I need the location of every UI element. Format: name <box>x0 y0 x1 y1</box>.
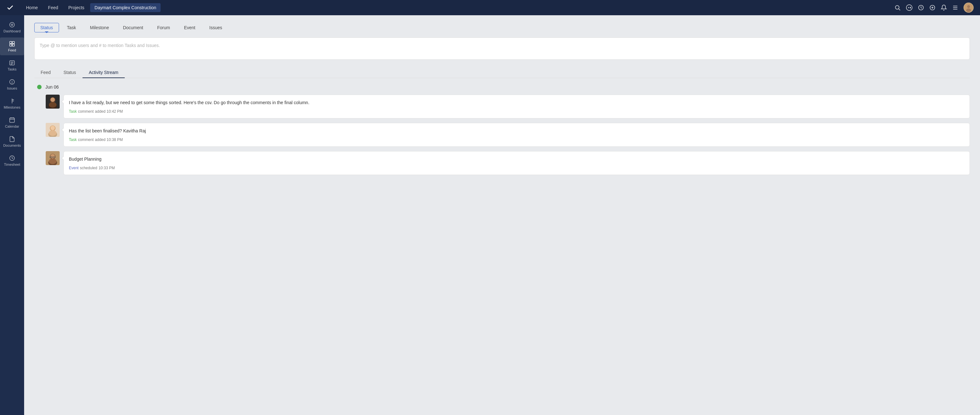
sidebar-item-milestones[interactable]: Milestones <box>0 95 24 112</box>
svg-point-27 <box>12 83 12 83</box>
top-nav-links: Home Feed Projects Daymart Complex Const… <box>22 3 161 12</box>
activity-bubble-2: Has the list been finalised? Kavitha Raj… <box>64 123 970 147</box>
tab-task[interactable]: Task <box>61 23 82 32</box>
sidebar-issues-label: Issues <box>7 86 17 90</box>
date-marker: Jun 06 <box>39 85 970 89</box>
svg-point-16 <box>11 24 13 26</box>
activity-bubble-3: Budget Planning Event scheduled 10:33 PM <box>64 151 970 175</box>
view-tab-status[interactable]: Status <box>57 67 83 78</box>
svg-point-50 <box>49 158 56 164</box>
svg-point-39 <box>51 97 55 102</box>
activity-action-1: comment <box>78 109 94 114</box>
user-avatar[interactable] <box>964 3 974 13</box>
svg-point-13 <box>967 5 970 8</box>
top-nav-actions <box>894 3 974 13</box>
activity-card: Budget Planning Event scheduled 10:33 PM <box>46 151 970 175</box>
nav-home[interactable]: Home <box>22 3 42 12</box>
view-tab-activity[interactable]: Activity Stream <box>83 67 125 78</box>
activity-tag-2[interactable]: Task <box>69 137 77 142</box>
sidebar-item-feed[interactable]: Feed <box>0 37 24 55</box>
sidebar-item-documents[interactable]: Documents <box>0 133 24 150</box>
activity-meta-2: Task comment added 10:38 PM <box>69 137 964 142</box>
nav-project-current[interactable]: Daymart Complex Construction <box>90 3 161 12</box>
sidebar-documents-label: Documents <box>3 144 21 147</box>
activity-text-3: Budget Planning <box>69 156 964 163</box>
activity-cards: I have a list ready, but we need to get … <box>39 95 970 175</box>
sidebar-tasks-label: Tasks <box>8 67 16 71</box>
issues-icon <box>9 79 15 85</box>
tab-milestone[interactable]: Milestone <box>84 23 115 32</box>
compose-box[interactable]: Type @ to mention users and # to mention… <box>34 37 970 60</box>
documents-icon <box>9 136 15 142</box>
top-nav: Home Feed Projects Daymart Complex Const… <box>0 0 980 15</box>
view-tabs: Feed Status Activity Stream <box>34 67 970 78</box>
date-label: Jun 06 <box>45 85 59 89</box>
notifications-icon[interactable] <box>941 5 947 11</box>
sidebar-item-tasks[interactable]: Tasks <box>0 56 24 74</box>
activity-time-2: added 10:38 PM <box>95 137 123 142</box>
svg-rect-20 <box>13 44 14 46</box>
avatar-2 <box>46 123 60 137</box>
svg-point-44 <box>51 126 55 130</box>
activity-time-3: 10:33 PM <box>99 166 115 170</box>
content-area: Status Task Milestone Document Forum Eve… <box>24 15 980 415</box>
svg-line-1 <box>899 9 900 11</box>
compose-placeholder: Type @ to mention users and # to mention… <box>40 43 160 48</box>
svg-point-4 <box>910 8 910 8</box>
activity-meta-1: Task comment added 10:42 PM <box>69 109 964 114</box>
settings-icon[interactable] <box>952 5 958 11</box>
activity-action-2: comment <box>78 137 94 142</box>
svg-rect-31 <box>10 118 14 122</box>
milestones-icon <box>9 98 15 104</box>
sidebar-item-dashboard[interactable]: Dashboard <box>0 18 24 36</box>
view-tab-feed[interactable]: Feed <box>34 67 57 78</box>
sidebar-item-issues[interactable]: Issues <box>0 75 24 93</box>
activity-text-1: I have a list ready, but we need to get … <box>69 99 964 106</box>
timesheet-icon <box>9 155 15 161</box>
date-dot <box>37 85 41 89</box>
svg-rect-18 <box>13 42 14 44</box>
sidebar-calendar-label: Calendar <box>5 124 19 128</box>
svg-point-15 <box>10 22 14 27</box>
timer-icon[interactable] <box>918 5 924 11</box>
activity-card: Has the list been finalised? Kavitha Raj… <box>46 123 970 147</box>
add-icon[interactable] <box>929 5 935 11</box>
nav-projects[interactable]: Projects <box>64 3 89 12</box>
svg-point-0 <box>895 5 899 9</box>
tab-event[interactable]: Event <box>178 23 202 32</box>
sidebar-milestones-label: Milestones <box>4 105 21 109</box>
sidebar-feed-label: Feed <box>8 48 16 52</box>
tab-document[interactable]: Document <box>117 23 149 32</box>
activity-tag-3[interactable]: Event <box>69 166 79 170</box>
svg-point-40 <box>49 102 56 108</box>
search-icon[interactable] <box>894 5 900 11</box>
nav-feed[interactable]: Feed <box>43 3 62 12</box>
svg-rect-17 <box>10 42 12 44</box>
activity-meta-3: Event scheduled 10:33 PM <box>69 166 964 170</box>
avatar-1 <box>46 95 60 109</box>
svg-point-14 <box>966 9 971 12</box>
sidebar-item-timesheet[interactable]: Timesheet <box>0 152 24 169</box>
calendar-icon <box>9 117 15 123</box>
feed-icon <box>9 41 15 47</box>
tab-status[interactable]: Status <box>34 23 59 32</box>
sidebar-dashboard-label: Dashboard <box>3 29 21 33</box>
activity-action-3: scheduled <box>80 166 97 170</box>
dashboard-icon <box>9 22 15 28</box>
games-icon[interactable] <box>906 4 913 11</box>
svg-rect-19 <box>10 44 12 46</box>
sidebar-item-calendar[interactable]: Calendar <box>0 114 24 131</box>
sidebar-timesheet-label: Timesheet <box>4 163 20 166</box>
activity-time-1: added 10:42 PM <box>95 109 123 114</box>
activity-tag-1[interactable]: Task <box>69 109 77 114</box>
sidebar: Dashboard Feed Tasks <box>0 15 24 415</box>
activity-card: I have a list ready, but we need to get … <box>46 95 970 118</box>
activity-text-2: Has the list been finalised? Kavitha Raj <box>69 128 964 134</box>
activity-bubble-1: I have a list ready, but we need to get … <box>64 95 970 118</box>
tab-forum[interactable]: Forum <box>151 23 176 32</box>
tab-issues[interactable]: Issues <box>204 23 228 32</box>
post-type-tabs: Status Task Milestone Document Forum Eve… <box>34 23 970 32</box>
main-layout: Dashboard Feed Tasks <box>0 15 980 415</box>
app-logo[interactable] <box>6 4 14 11</box>
avatar-3 <box>46 151 60 165</box>
